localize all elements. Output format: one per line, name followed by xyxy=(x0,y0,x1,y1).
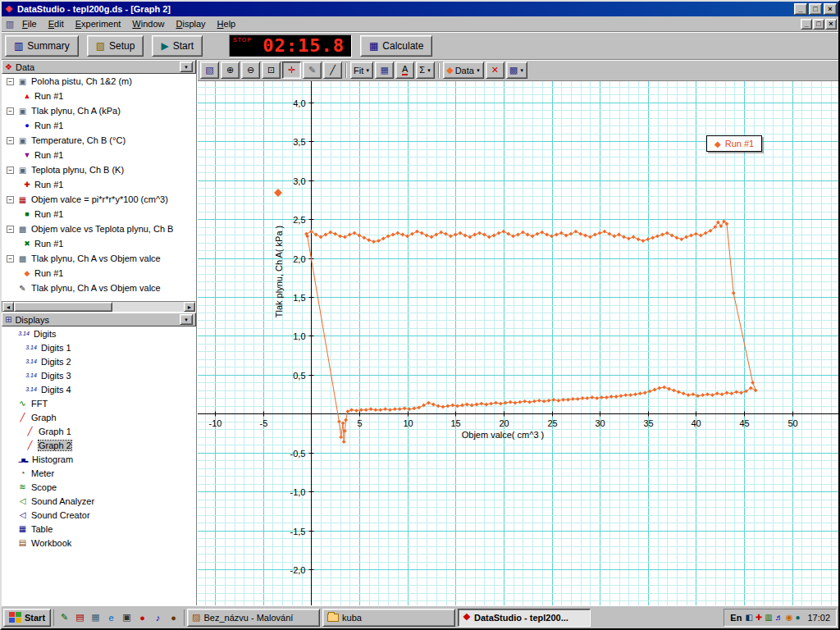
data-item-0[interactable]: −▣Poloha pistu, Ch 1&2 (m) xyxy=(2,74,196,89)
run-item[interactable]: ■Run #1 xyxy=(2,207,196,221)
display-item-digits-4[interactable]: 3.14Digits 4 xyxy=(2,382,196,396)
expander-icon[interactable]: − xyxy=(7,255,14,262)
task-button-2[interactable]: ❖DataStudio - tepl200... xyxy=(458,609,591,627)
task-button-0[interactable]: ▨Bez_názvu - Malování xyxy=(187,609,320,627)
start-button[interactable]: ▶ Start xyxy=(152,35,203,57)
svg-text:35: 35 xyxy=(643,418,653,428)
calculator-tool-button[interactable]: ▦ xyxy=(375,62,394,79)
antivirus-icon[interactable]: ✚ xyxy=(756,613,762,622)
data-item-7[interactable]: ✎Tlak plynu, Ch A vs Objem valce xyxy=(2,281,196,295)
data-menu-icon: ◆ xyxy=(446,66,453,75)
language-indicator[interactable]: En xyxy=(730,613,742,623)
display-icon[interactable]: ◉ xyxy=(786,613,793,622)
child-minimize-button[interactable]: _ xyxy=(801,19,812,30)
scroll-right-arrow[interactable]: ► xyxy=(184,302,195,312)
scroll-thumb[interactable] xyxy=(14,302,112,312)
run-item[interactable]: ●Run #1 xyxy=(2,118,196,133)
data-item-5[interactable]: −▩Objem valce vs Teplota plynu, Ch B xyxy=(2,221,196,236)
legend-box[interactable]: ◆ Run #1 xyxy=(706,135,762,152)
expander-icon[interactable]: − xyxy=(7,196,14,203)
setup-button[interactable]: ▧ Setup xyxy=(87,35,144,57)
taskbar: Start ✎▤▦e▣●♪● ▨Bez_názvu - Malováníkuba… xyxy=(2,605,838,628)
scroll-left-arrow[interactable]: ◄ xyxy=(2,302,14,312)
fit-menu-button[interactable]: Fit▼ xyxy=(350,62,373,79)
displays-panel-dropdown-button[interactable]: ▼ xyxy=(180,314,193,325)
data-panel-dropdown-button[interactable]: ▼ xyxy=(180,62,193,72)
slope-tool-button[interactable]: ╱ xyxy=(323,62,342,79)
expander-icon[interactable]: − xyxy=(7,78,14,85)
scheduler-icon[interactable]: ▥ xyxy=(765,613,772,622)
menu-experiment[interactable]: Experiment xyxy=(70,17,127,30)
display-item-graph-2[interactable]: ╱Graph 2 xyxy=(2,438,196,452)
display-item-graph[interactable]: ╱Graph xyxy=(2,410,196,424)
delete-selection-button[interactable]: ✕ xyxy=(486,62,504,79)
child-restore-button[interactable]: □ xyxy=(813,19,824,30)
display-item-workbook[interactable]: ▤Workbook xyxy=(2,536,196,550)
menu-file[interactable]: File xyxy=(16,17,43,30)
keyboard-icon[interactable]: ◧ xyxy=(745,613,752,622)
smart-tool-button[interactable]: ✛ xyxy=(282,62,301,79)
java-icon[interactable]: ● xyxy=(167,610,180,624)
display-item-digits-3[interactable]: 3.14Digits 3 xyxy=(2,368,196,382)
address-book-icon[interactable]: ▤ xyxy=(73,610,87,624)
restore-button[interactable]: □ xyxy=(809,3,822,15)
data-item-6[interactable]: −▩Tlak plynu, Ch A vs Objem valce xyxy=(2,251,196,266)
network-icon[interactable]: ● xyxy=(795,613,800,622)
task-button-1[interactable]: kuba xyxy=(322,609,455,627)
zoom-out-button[interactable]: ⊖ xyxy=(241,62,260,79)
statistics-menu-button[interactable]: Σ▼ xyxy=(416,62,435,79)
expander-icon[interactable]: − xyxy=(7,226,14,233)
display-item-digits[interactable]: 3.14Digits xyxy=(2,326,196,340)
display-item-histogram[interactable]: ▁▅▂Histogram xyxy=(2,452,196,466)
expander-icon[interactable]: − xyxy=(7,107,14,115)
child-close-button[interactable]: × xyxy=(825,19,837,30)
run-item[interactable]: ▲Run #1 xyxy=(2,89,196,103)
media-player-icon[interactable]: ● xyxy=(135,610,149,624)
display-item-graph-1[interactable]: ╱Graph 1 xyxy=(2,424,196,438)
menu-display[interactable]: Display xyxy=(171,17,212,30)
notes-tool-button[interactable]: ✎ xyxy=(303,62,322,79)
data-panel-header[interactable]: ❖ Data ▼ xyxy=(2,60,196,74)
menu-help[interactable]: Help xyxy=(212,17,242,30)
data-tree-hscrollbar[interactable]: ◄ ► xyxy=(2,301,196,313)
expander-icon[interactable]: − xyxy=(7,137,14,144)
minimize-button[interactable]: _ xyxy=(794,3,807,15)
expander-icon[interactable]: − xyxy=(7,167,14,174)
desktop-icon[interactable]: ▣ xyxy=(120,610,134,624)
display-item-sound-analyzer[interactable]: ◁Sound Analyzer xyxy=(2,494,196,508)
run-item[interactable]: ✖Run #1 xyxy=(2,236,196,251)
data-item-1[interactable]: −▣Tlak plynu, Ch A (kPa) xyxy=(2,103,196,118)
zoom-select-button[interactable]: ⊡ xyxy=(262,62,281,79)
display-item-sound-creator[interactable]: ◁Sound Creator xyxy=(2,508,196,522)
display-item-table[interactable]: ▦Table xyxy=(2,522,196,536)
menu-window[interactable]: Window xyxy=(126,17,170,30)
displays-panel-header[interactable]: ⊞ Displays ▼ xyxy=(2,313,196,326)
calculate-button[interactable]: ▦ Calculate xyxy=(360,35,432,57)
display-item-scope[interactable]: ≋Scope xyxy=(2,480,196,494)
display-item-digits-1[interactable]: 3.14Digits 1 xyxy=(2,340,196,354)
scale-to-fit-button[interactable]: ▧ xyxy=(200,62,219,79)
text-tool-button[interactable]: A xyxy=(395,62,414,79)
display-item-digits-2[interactable]: 3.14Digits 2 xyxy=(2,354,196,368)
start-menu-button[interactable]: Start xyxy=(3,609,51,627)
menu-edit[interactable]: Edit xyxy=(43,17,70,30)
display-item-fft[interactable]: ∿FFT xyxy=(2,396,196,410)
run-item[interactable]: ✚Run #1 xyxy=(2,177,196,192)
data-menu-button[interactable]: ◆Data▼ xyxy=(443,62,484,79)
browser-icon[interactable]: e xyxy=(104,610,118,624)
summary-button[interactable]: ▥ Summary xyxy=(5,35,79,57)
printer-icon[interactable]: ▦ xyxy=(89,610,103,624)
close-button[interactable]: × xyxy=(824,3,837,15)
graph-canvas[interactable]: -10-551015202530354045504,03,53,02,52,01… xyxy=(198,81,838,605)
notes-app-icon[interactable]: ✎ xyxy=(57,610,71,624)
music-app-icon[interactable]: ♪ xyxy=(151,610,165,624)
graph-settings-button[interactable]: ▩▼ xyxy=(506,62,527,79)
zoom-in-button[interactable]: ⊕ xyxy=(221,62,240,79)
data-item-3[interactable]: −▣Teplota plynu, Ch B (K) xyxy=(2,162,196,177)
run-item[interactable]: ◆Run #1 xyxy=(2,266,196,281)
volume-icon[interactable]: ♬ xyxy=(775,613,783,622)
data-item-2[interactable]: −▣Temperature, Ch B (°C) xyxy=(2,133,196,148)
run-item[interactable]: ▼Run #1 xyxy=(2,148,196,162)
display-item-meter[interactable]: ◔Meter xyxy=(2,466,196,480)
data-item-4[interactable]: −▦Objem valce = pi*r*r*y*100 (cm^3) xyxy=(2,192,196,207)
